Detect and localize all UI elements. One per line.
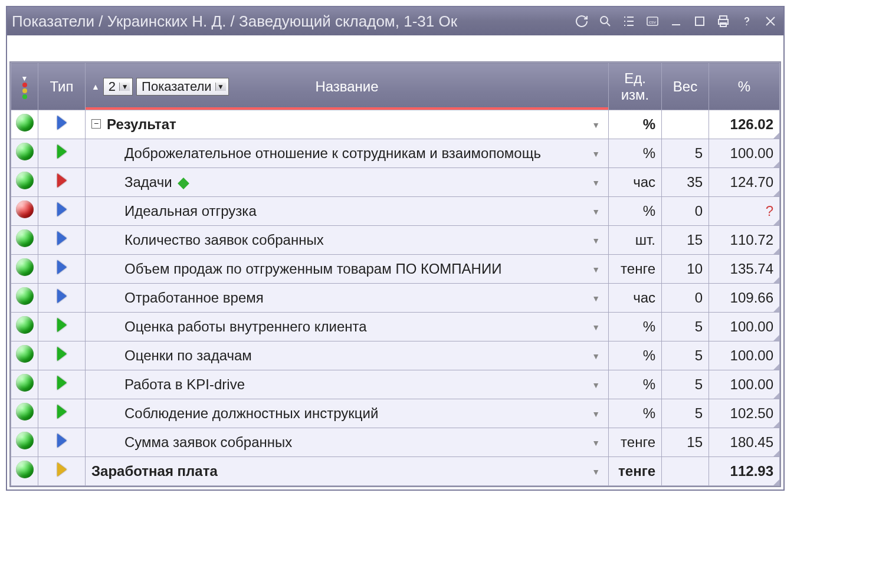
weight-cell [662,457,709,486]
name-cell[interactable]: Количество заявок собранных▼ [86,226,609,255]
row-name: Оценки по задачам [124,347,583,364]
row-menu-icon[interactable]: ▼ [589,120,602,130]
type-triangle-icon [57,289,67,303]
svg-rect-3 [696,17,704,25]
percent-cell: 124.70 [709,168,780,197]
table-row[interactable]: Задачи ▼час35124.70 [11,168,780,197]
table-row[interactable]: Оценка работы внутреннего клиента▼%5100.… [11,313,780,341]
name-cell[interactable]: Работа в KPI-drive▼ [86,370,609,399]
resize-corner-icon [773,248,779,254]
unit-cell: % [609,341,662,370]
type-triangle-icon [57,173,67,188]
type-cell [38,284,86,313]
status-orb-icon [16,258,34,276]
row-menu-icon[interactable]: ▼ [589,265,602,274]
unit-cell: % [609,399,662,428]
name-cell[interactable]: Соблюдение должностных инструкций▼ [86,399,609,428]
header-type[interactable]: Тип [38,63,86,110]
name-cell[interactable]: Оценка работы внутреннего клиента▼ [86,313,609,341]
table-row[interactable]: Количество заявок собранных▼шт.15110.72 [11,226,780,255]
status-cell [11,341,38,370]
row-name: Оценка работы внутреннего клиента [124,318,583,336]
minimize-icon[interactable] [668,13,684,29]
row-menu-icon[interactable]: ▼ [589,236,602,245]
row-menu-icon[interactable]: ▼ [589,380,602,390]
name-cell[interactable]: Оценки по задачам▼ [86,341,609,370]
table-row[interactable]: Объем продаж по отгруженным товарам ПО К… [11,255,780,284]
svg-point-0 [601,17,608,24]
status-cell [11,139,38,168]
name-cell[interactable]: Отработанное время▼ [86,284,609,313]
weight-cell: 5 [662,399,709,428]
table-row[interactable]: Идеальная отгрузка▼%0? [11,197,780,226]
row-menu-icon[interactable]: ▼ [589,352,602,361]
type-triangle-icon [57,347,67,361]
resize-corner-icon [773,162,779,167]
row-menu-icon[interactable]: ▼ [589,149,602,159]
row-menu-icon[interactable]: ▼ [589,409,602,419]
type-triangle-icon [57,144,67,159]
header-status[interactable]: ▼ [11,63,38,110]
percent-cell: 180.45 [709,428,780,457]
percent-cell: 100.00 [709,313,780,341]
name-cell[interactable]: Доброжелательное отношение к сотрудникам… [86,139,609,168]
type-cell [38,139,86,168]
name-cell[interactable]: Сумма заявок собранных▼ [86,428,609,457]
type-cell [38,110,86,139]
name-cell[interactable]: Задачи ▼ [86,168,609,197]
row-name: Соблюдение должностных инструкций [124,405,583,422]
sort-asc-icon[interactable]: ▲ [91,82,100,91]
table-row[interactable]: Доброжелательное отношение к сотрудникам… [11,139,780,168]
unit-cell: % [609,139,662,168]
collapse-toggle-icon[interactable]: − [91,119,101,129]
csv-export-icon[interactable]: csv [644,13,661,29]
table-row[interactable]: −Результат▼%126.02 [11,110,780,139]
type-cell [38,428,86,457]
row-menu-icon[interactable]: ▼ [589,323,602,332]
type-cell [38,255,86,284]
percent-cell: 100.00 [709,139,780,168]
status-cell [11,226,38,255]
table-row[interactable]: Сумма заявок собранных▼тенге15180.45 [11,428,780,457]
table-row[interactable]: Заработная плата▼тенге112.93 [11,457,780,486]
resize-corner-icon [773,306,779,312]
maximize-icon[interactable] [691,13,708,29]
table-row[interactable]: Оценки по задачам▼%5100.00 [11,341,780,370]
table-row[interactable]: Работа в KPI-drive▼%5100.00 [11,370,780,399]
level-select[interactable]: 2▼ [103,78,133,96]
row-menu-icon[interactable]: ▼ [589,178,602,188]
unit-cell: тенге [609,428,662,457]
row-menu-icon[interactable]: ▼ [589,467,602,477]
name-cell[interactable]: Объем продаж по отгруженным товарам ПО К… [86,255,609,284]
table-row[interactable]: Соблюдение должностных инструкций▼%5102.… [11,399,780,428]
close-icon[interactable] [762,13,779,29]
weight-cell: 15 [662,428,709,457]
table-row[interactable]: Отработанное время▼час0109.66 [11,284,780,313]
type-triangle-icon [57,462,67,477]
active-header-underline [86,107,608,110]
search-icon[interactable] [597,13,614,29]
name-cell[interactable]: Идеальная отгрузка▼ [86,197,609,226]
row-menu-icon[interactable]: ▼ [589,207,602,216]
name-cell[interactable]: Заработная плата▼ [86,457,609,486]
name-cell[interactable]: −Результат▼ [86,110,609,139]
list-icon[interactable] [621,13,637,29]
spacer [7,35,783,61]
help-icon[interactable] [739,13,755,29]
unit-cell: час [609,284,662,313]
weight-cell: 35 [662,168,709,197]
row-menu-icon[interactable]: ▼ [589,438,602,448]
status-orb-icon [16,461,34,478]
status-orb-icon [16,114,34,132]
header-weight[interactable]: Вес [662,63,709,110]
refresh-icon[interactable] [573,13,590,29]
status-orb-icon [16,229,34,247]
type-triangle-icon [57,318,67,332]
header-unit[interactable]: Ед. изм. [609,63,662,110]
header-percent[interactable]: % [709,63,780,110]
status-cell [11,399,38,428]
type-triangle-icon [57,260,67,274]
print-icon[interactable] [715,13,732,29]
row-menu-icon[interactable]: ▼ [589,294,602,303]
group-select[interactable]: Показатели▼ [136,78,228,96]
